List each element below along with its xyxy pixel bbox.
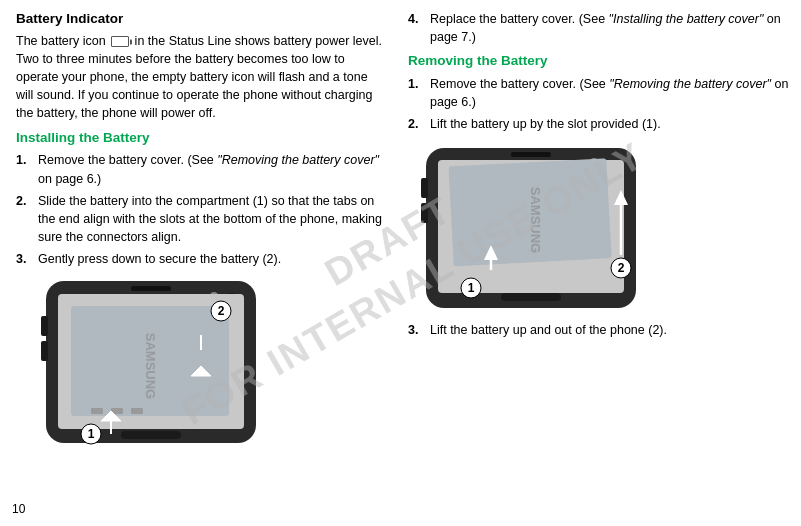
svg-rect-11	[91, 408, 103, 414]
svg-rect-42	[501, 293, 561, 301]
svg-rect-13	[131, 408, 143, 414]
step-3-num: 3.	[16, 250, 38, 268]
step-1-ref: "Removing the battery cover"	[217, 153, 379, 167]
left-column: Battery Indicator The battery icon in th…	[0, 10, 400, 516]
step-1-content: Remove the battery cover. (See "Removing…	[38, 151, 388, 187]
removing-steps-list: 1. Remove the battery cover. (See "Remov…	[408, 75, 789, 133]
svg-rect-7	[131, 286, 171, 291]
installing-step-1: 1. Remove the battery cover. (See "Remov…	[16, 151, 388, 187]
step-4-content: Replace the battery cover. (See "Install…	[430, 10, 789, 46]
removing-image-container: SAMSUNG 2 1	[416, 140, 656, 315]
rem-step-1-num: 1.	[408, 75, 430, 111]
removing-step-2: 2. Lift the battery up by the slot provi…	[408, 115, 789, 133]
svg-rect-1	[41, 316, 48, 336]
removing-heading: Removing the Battery	[408, 52, 789, 71]
right-step-4: 4. Replace the battery cover. (See "Inst…	[408, 10, 789, 46]
step-4-ref: "Installing the battery cover"	[609, 12, 764, 26]
removing-step-3: 3. Lift the battery up and out of the ph…	[408, 321, 789, 339]
svg-text:SAMSUNG: SAMSUNG	[528, 186, 543, 252]
svg-text:1: 1	[88, 427, 95, 441]
rem-step-2-num: 2.	[408, 115, 430, 133]
rem-step-3-content: Lift the battery up and out of the phone…	[430, 321, 789, 339]
installing-image-container: SAMSUNG 1 2	[36, 276, 276, 451]
step-3-content: Gently press down to secure the battery …	[38, 250, 388, 268]
right-step-4-list: 4. Replace the battery cover. (See "Inst…	[408, 10, 789, 46]
svg-rect-30	[511, 152, 551, 157]
rem-step-1-content: Remove the battery cover. (See "Removing…	[430, 75, 789, 111]
page-number: 10	[12, 501, 25, 518]
step-4-num: 4.	[408, 10, 430, 46]
removing-step-1: 1. Remove the battery cover. (See "Remov…	[408, 75, 789, 111]
removing-phone-image: SAMSUNG 2 1	[416, 140, 656, 315]
installing-step-2: 2. Slide the battery into the compartmen…	[16, 192, 388, 246]
installing-step-3: 3. Gently press down to secure the batte…	[16, 250, 388, 268]
step-2-num: 2.	[16, 192, 38, 246]
battery-indicator-heading: Battery Indicator	[16, 10, 388, 29]
text-before-icon: The battery icon	[16, 34, 106, 48]
svg-text:SAMSUNG: SAMSUNG	[143, 333, 158, 399]
installing-heading: Installing the Battery	[16, 129, 388, 148]
installing-phone-image: SAMSUNG 1 2	[36, 276, 276, 451]
battery-icon	[111, 36, 129, 47]
installing-steps-list: 1. Remove the battery cover. (See "Remov…	[16, 151, 388, 268]
battery-indicator-text: The battery icon in the Status Line show…	[16, 32, 388, 123]
page-container: Battery Indicator The battery icon in th…	[0, 0, 801, 526]
svg-rect-2	[41, 341, 48, 361]
removing-step-3-list: 3. Lift the battery up and out of the ph…	[408, 321, 789, 339]
rem-step-2-content: Lift the battery up by the slot provided…	[430, 115, 789, 133]
rem-step-3-num: 3.	[408, 321, 430, 339]
svg-rect-24	[421, 178, 428, 198]
svg-rect-25	[421, 203, 428, 223]
rem-step-1-ref: "Removing the battery cover"	[609, 77, 771, 91]
svg-text:2: 2	[218, 304, 225, 318]
svg-rect-22	[121, 431, 181, 439]
svg-text:1: 1	[468, 281, 475, 295]
svg-text:2: 2	[618, 261, 625, 275]
right-column: 4. Replace the battery cover. (See "Inst…	[400, 10, 801, 516]
step-1-num: 1.	[16, 151, 38, 187]
step-2-content: Slide the battery into the compartment (…	[38, 192, 388, 246]
